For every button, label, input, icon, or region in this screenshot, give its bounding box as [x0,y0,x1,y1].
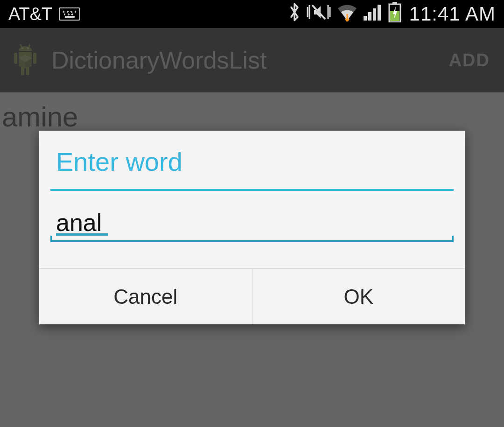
status-bar: AT&T [0,0,504,28]
enter-word-dialog: Enter word Cancel OK [39,131,465,324]
carrier-label: AT&T [8,4,52,24]
svg-rect-1 [364,16,367,21]
bluetooth-icon [288,2,301,26]
status-right: 11:41 AM [288,2,496,27]
wifi-icon [336,3,358,26]
clock-label: 11:41 AM [409,3,496,25]
input-underline [50,236,454,242]
ok-button[interactable]: OK [252,269,465,324]
cell-signal-icon [363,3,383,26]
dialog-body [39,191,465,268]
svg-rect-2 [368,12,371,21]
svg-rect-3 [373,8,376,21]
vibrate-silent-icon [306,2,332,26]
cancel-button[interactable]: Cancel [39,269,252,324]
battery-charging-icon [388,2,402,27]
svg-rect-4 [378,5,381,21]
word-input[interactable] [55,207,449,238]
keyboard-icon [59,7,80,21]
status-left: AT&T [8,4,80,24]
dialog-button-bar: Cancel OK [39,268,465,324]
dialog-title: Enter word [39,131,465,189]
word-input-wrap[interactable] [50,207,454,242]
